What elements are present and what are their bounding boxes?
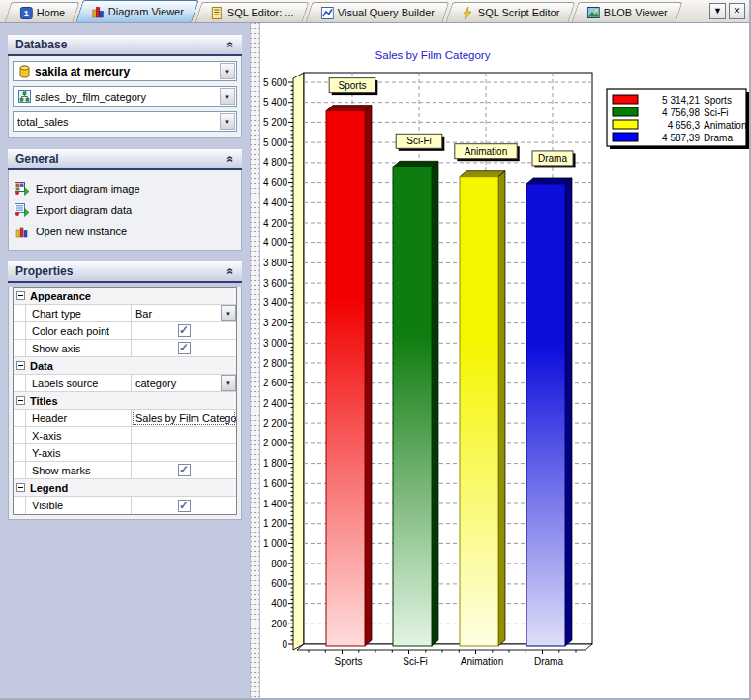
svg-text:Sports: Sports: [335, 656, 363, 667]
property-group-data: Data: [14, 357, 236, 375]
sql-editor-icon: [210, 6, 224, 19]
collapse-group-icon[interactable]: [16, 483, 25, 492]
svg-text:3 800: 3 800: [263, 258, 287, 268]
bar-drama[interactable]: [526, 178, 572, 646]
tab-diagram-viewer[interactable]: Diagram Viewer: [76, 0, 200, 22]
bar-sports[interactable]: [326, 106, 372, 646]
database-panel-header[interactable]: Database «: [8, 35, 242, 56]
database-panel-title: Database: [15, 38, 67, 51]
open-new-instance-command[interactable]: Open new instance: [15, 221, 235, 242]
view-icon: [17, 90, 31, 103]
bar-sci-fi[interactable]: [393, 161, 438, 646]
checkbox-checked-icon[interactable]: ✓: [178, 342, 191, 354]
database-panel: Database « sakila at mercury▼sales_by_fi…: [8, 35, 242, 138]
tab-list-dropdown-button[interactable]: ▼: [709, 3, 726, 19]
object-select[interactable]: sales_by_film_category▼: [13, 86, 237, 107]
svg-text:Drama: Drama: [704, 133, 733, 143]
property-value-header[interactable]: Sales by Film Category: [132, 410, 236, 426]
export-data-icon: [15, 203, 30, 217]
property-label: Y-axis: [26, 444, 132, 461]
tab-blob-viewer[interactable]: BLOB Viewer: [571, 2, 682, 22]
property-value-labels-source[interactable]: category▼: [132, 375, 236, 391]
svg-text:600: 600: [271, 578, 287, 589]
export-diagram-data-command[interactable]: Export diagram data: [15, 199, 235, 221]
property-group-appearance: Appearance: [14, 288, 236, 305]
checkbox-checked-icon[interactable]: ✓: [178, 500, 191, 512]
property-value-x-axis[interactable]: [132, 427, 236, 443]
svg-text:2 000: 2 000: [263, 438, 287, 448]
property-label: Color each point: [26, 322, 132, 339]
tab-sql-script-editor[interactable]: SQL Script Editor: [446, 2, 575, 22]
tabbar-buttons: ▼ ✕: [709, 3, 745, 19]
group-label: Appearance: [30, 290, 91, 302]
collapse-group-icon[interactable]: [16, 396, 25, 405]
svg-text:Drama: Drama: [538, 153, 567, 164]
property-label: Header: [26, 410, 132, 426]
property-value-visible[interactable]: ✓: [132, 497, 236, 514]
property-row-show-marks: Show marks✓: [14, 462, 236, 479]
svg-text:1 600: 1 600: [263, 478, 287, 489]
sidebar-splitter[interactable]: [250, 23, 260, 698]
dropdown-arrow-button[interactable]: ▼: [221, 305, 236, 321]
svg-text:4 656,3: 4 656,3: [668, 120, 701, 131]
new-instance-icon: [15, 226, 30, 238]
row-indent: [14, 375, 26, 391]
svg-text:1 200: 1 200: [263, 518, 287, 529]
collapse-chevron-icon[interactable]: «: [225, 156, 238, 163]
legend-entry-sports: 5 314,21Sports: [613, 95, 732, 106]
property-label: Show marks: [26, 462, 132, 478]
svg-text:2 200: 2 200: [263, 418, 287, 429]
property-group-titles: Titles: [14, 392, 236, 410]
bar-animation[interactable]: [460, 171, 505, 646]
dropdown-arrow-button[interactable]: ▼: [220, 88, 235, 105]
export-diagram-image-command[interactable]: Export diagram image: [15, 178, 235, 199]
checkbox-checked-icon[interactable]: ✓: [178, 324, 191, 337]
properties-panel-header[interactable]: Properties «: [8, 261, 242, 283]
property-value-text: Bar: [135, 308, 152, 320]
mark-label-drama: Drama: [532, 151, 576, 168]
svg-text:1 000: 1 000: [263, 538, 287, 549]
tab-label: Diagram Viewer: [108, 6, 184, 17]
property-value-color-each-point[interactable]: ✓: [132, 322, 236, 339]
property-value-show-axis[interactable]: ✓: [132, 340, 236, 356]
database-panel-body: sakila at mercury▼sales_by_film_category…: [8, 56, 242, 138]
svg-text:3 400: 3 400: [263, 297, 287, 308]
svg-text:5 600: 5 600: [263, 77, 287, 88]
property-row-show-axis: Show axis✓: [14, 340, 236, 357]
column-select[interactable]: total_sales▼: [13, 111, 237, 132]
tab-label: Visual Query Builder: [338, 7, 435, 18]
properties-panel-title: Properties: [15, 264, 73, 278]
collapse-group-icon[interactable]: [16, 361, 25, 370]
row-indent: [14, 410, 26, 426]
row-indent: [14, 462, 26, 478]
dropdown-arrow-button[interactable]: ▼: [220, 113, 235, 130]
collapse-group-icon[interactable]: [16, 291, 25, 300]
close-tab-button[interactable]: ✕: [729, 3, 745, 19]
property-value-show-marks[interactable]: ✓: [132, 462, 236, 478]
tab-home[interactable]: 1Home: [5, 2, 80, 22]
mark-label-animation: Animation: [455, 144, 520, 162]
property-value-y-axis[interactable]: [132, 444, 236, 461]
svg-text:4 400: 4 400: [263, 198, 287, 208]
tab-visual-query-builder[interactable]: Visual Query Builder: [306, 2, 450, 22]
sidebar: Database « sakila at mercury▼sales_by_fi…: [0, 23, 250, 698]
tab-sql-editor[interactable]: SQL Editor: ...: [195, 2, 310, 22]
tab-label: SQL Editor: ...: [227, 7, 294, 18]
checkbox-checked-icon[interactable]: ✓: [178, 464, 191, 476]
svg-text:4 200: 4 200: [263, 218, 287, 228]
svg-text:2 800: 2 800: [263, 358, 287, 369]
svg-text:5 314,21: 5 314,21: [662, 95, 700, 106]
dropdown-arrow-button[interactable]: ▼: [220, 63, 235, 79]
property-value-chart-type[interactable]: Bar▼: [132, 305, 236, 321]
y-axis: 02004006008001 0001 2001 4001 6001 8002 …: [263, 77, 293, 650]
command-label: Open new instance: [36, 226, 127, 237]
svg-text:400: 400: [271, 598, 287, 609]
collapse-chevron-icon[interactable]: «: [225, 42, 238, 48]
connection-select[interactable]: sakila at mercury▼: [13, 61, 237, 81]
x-axis: SportsSci-FiAnimationDrama: [309, 650, 576, 667]
general-panel-header[interactable]: General «: [8, 149, 242, 170]
row-indent: [14, 444, 26, 461]
collapse-chevron-icon[interactable]: «: [225, 268, 238, 275]
diagram-canvas[interactable]: Sales by Film Category02004006008001 000…: [260, 23, 749, 698]
dropdown-arrow-button[interactable]: ▼: [221, 375, 236, 391]
